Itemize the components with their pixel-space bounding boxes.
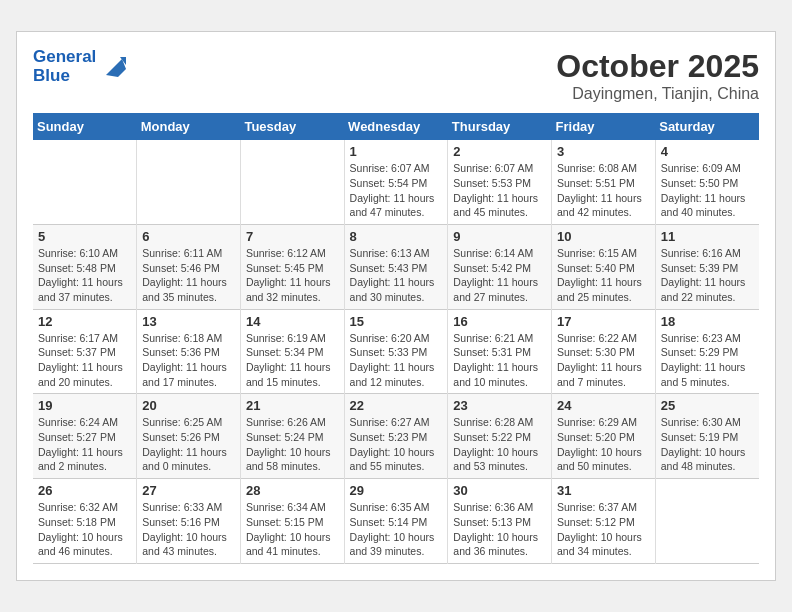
day-number: 3 [557, 144, 650, 159]
logo: General Blue [33, 48, 130, 85]
calendar-cell: 15Sunrise: 6:20 AM Sunset: 5:33 PM Dayli… [344, 309, 448, 394]
calendar-cell: 20Sunrise: 6:25 AM Sunset: 5:26 PM Dayli… [137, 394, 241, 479]
calendar-cell: 31Sunrise: 6:37 AM Sunset: 5:12 PM Dayli… [552, 479, 656, 564]
logo-icon [98, 51, 130, 83]
calendar-cell: 27Sunrise: 6:33 AM Sunset: 5:16 PM Dayli… [137, 479, 241, 564]
day-number: 25 [661, 398, 754, 413]
day-number: 27 [142, 483, 235, 498]
svg-marker-0 [106, 59, 126, 77]
day-info: Sunrise: 6:35 AM Sunset: 5:14 PM Dayligh… [350, 500, 443, 559]
calendar-cell: 25Sunrise: 6:30 AM Sunset: 5:19 PM Dayli… [655, 394, 759, 479]
calendar-week-row: 19Sunrise: 6:24 AM Sunset: 5:27 PM Dayli… [33, 394, 759, 479]
calendar-cell: 24Sunrise: 6:29 AM Sunset: 5:20 PM Dayli… [552, 394, 656, 479]
day-number: 2 [453, 144, 546, 159]
calendar-week-row: 1Sunrise: 6:07 AM Sunset: 5:54 PM Daylig… [33, 140, 759, 224]
day-number: 14 [246, 314, 339, 329]
calendar-cell: 21Sunrise: 6:26 AM Sunset: 5:24 PM Dayli… [240, 394, 344, 479]
day-info: Sunrise: 6:20 AM Sunset: 5:33 PM Dayligh… [350, 331, 443, 390]
day-info: Sunrise: 6:07 AM Sunset: 5:54 PM Dayligh… [350, 161, 443, 220]
day-number: 16 [453, 314, 546, 329]
month-title: October 2025 [556, 48, 759, 85]
weekday-header: Thursday [448, 113, 552, 140]
day-info: Sunrise: 6:30 AM Sunset: 5:19 PM Dayligh… [661, 415, 754, 474]
day-info: Sunrise: 6:27 AM Sunset: 5:23 PM Dayligh… [350, 415, 443, 474]
weekday-header: Saturday [655, 113, 759, 140]
day-number: 10 [557, 229, 650, 244]
day-info: Sunrise: 6:10 AM Sunset: 5:48 PM Dayligh… [38, 246, 131, 305]
calendar-cell: 23Sunrise: 6:28 AM Sunset: 5:22 PM Dayli… [448, 394, 552, 479]
calendar-cell: 30Sunrise: 6:36 AM Sunset: 5:13 PM Dayli… [448, 479, 552, 564]
calendar-cell: 22Sunrise: 6:27 AM Sunset: 5:23 PM Dayli… [344, 394, 448, 479]
day-number: 13 [142, 314, 235, 329]
calendar-cell: 11Sunrise: 6:16 AM Sunset: 5:39 PM Dayli… [655, 224, 759, 309]
day-number: 5 [38, 229, 131, 244]
day-number: 11 [661, 229, 754, 244]
logo-line1: General [33, 48, 96, 67]
calendar-cell [137, 140, 241, 224]
day-number: 7 [246, 229, 339, 244]
calendar-cell: 9Sunrise: 6:14 AM Sunset: 5:42 PM Daylig… [448, 224, 552, 309]
day-number: 8 [350, 229, 443, 244]
day-info: Sunrise: 6:22 AM Sunset: 5:30 PM Dayligh… [557, 331, 650, 390]
day-number: 31 [557, 483, 650, 498]
day-number: 22 [350, 398, 443, 413]
calendar-cell: 28Sunrise: 6:34 AM Sunset: 5:15 PM Dayli… [240, 479, 344, 564]
calendar-cell: 26Sunrise: 6:32 AM Sunset: 5:18 PM Dayli… [33, 479, 137, 564]
calendar-cell: 7Sunrise: 6:12 AM Sunset: 5:45 PM Daylig… [240, 224, 344, 309]
calendar-cell: 5Sunrise: 6:10 AM Sunset: 5:48 PM Daylig… [33, 224, 137, 309]
calendar-container: General Blue October 2025 Dayingmen, Tia… [16, 31, 776, 581]
day-info: Sunrise: 6:15 AM Sunset: 5:40 PM Dayligh… [557, 246, 650, 305]
day-number: 12 [38, 314, 131, 329]
calendar-cell: 16Sunrise: 6:21 AM Sunset: 5:31 PM Dayli… [448, 309, 552, 394]
calendar-table: SundayMondayTuesdayWednesdayThursdayFrid… [33, 113, 759, 564]
day-number: 26 [38, 483, 131, 498]
day-info: Sunrise: 6:32 AM Sunset: 5:18 PM Dayligh… [38, 500, 131, 559]
calendar-cell: 14Sunrise: 6:19 AM Sunset: 5:34 PM Dayli… [240, 309, 344, 394]
calendar-header: SundayMondayTuesdayWednesdayThursdayFrid… [33, 113, 759, 140]
day-info: Sunrise: 6:09 AM Sunset: 5:50 PM Dayligh… [661, 161, 754, 220]
calendar-cell: 4Sunrise: 6:09 AM Sunset: 5:50 PM Daylig… [655, 140, 759, 224]
day-info: Sunrise: 6:17 AM Sunset: 5:37 PM Dayligh… [38, 331, 131, 390]
weekday-header: Friday [552, 113, 656, 140]
day-number: 18 [661, 314, 754, 329]
weekday-header: Tuesday [240, 113, 344, 140]
calendar-cell: 2Sunrise: 6:07 AM Sunset: 5:53 PM Daylig… [448, 140, 552, 224]
day-number: 20 [142, 398, 235, 413]
day-info: Sunrise: 6:29 AM Sunset: 5:20 PM Dayligh… [557, 415, 650, 474]
day-info: Sunrise: 6:24 AM Sunset: 5:27 PM Dayligh… [38, 415, 131, 474]
calendar-cell [240, 140, 344, 224]
calendar-cell: 19Sunrise: 6:24 AM Sunset: 5:27 PM Dayli… [33, 394, 137, 479]
day-info: Sunrise: 6:21 AM Sunset: 5:31 PM Dayligh… [453, 331, 546, 390]
day-number: 23 [453, 398, 546, 413]
calendar-week-row: 12Sunrise: 6:17 AM Sunset: 5:37 PM Dayli… [33, 309, 759, 394]
day-info: Sunrise: 6:12 AM Sunset: 5:45 PM Dayligh… [246, 246, 339, 305]
calendar-cell: 8Sunrise: 6:13 AM Sunset: 5:43 PM Daylig… [344, 224, 448, 309]
weekday-header: Monday [137, 113, 241, 140]
day-info: Sunrise: 6:07 AM Sunset: 5:53 PM Dayligh… [453, 161, 546, 220]
day-info: Sunrise: 6:33 AM Sunset: 5:16 PM Dayligh… [142, 500, 235, 559]
day-number: 6 [142, 229, 235, 244]
calendar-cell: 1Sunrise: 6:07 AM Sunset: 5:54 PM Daylig… [344, 140, 448, 224]
calendar-body: 1Sunrise: 6:07 AM Sunset: 5:54 PM Daylig… [33, 140, 759, 563]
weekday-header: Sunday [33, 113, 137, 140]
day-info: Sunrise: 6:16 AM Sunset: 5:39 PM Dayligh… [661, 246, 754, 305]
day-number: 19 [38, 398, 131, 413]
calendar-week-row: 5Sunrise: 6:10 AM Sunset: 5:48 PM Daylig… [33, 224, 759, 309]
day-info: Sunrise: 6:26 AM Sunset: 5:24 PM Dayligh… [246, 415, 339, 474]
calendar-cell [655, 479, 759, 564]
day-number: 15 [350, 314, 443, 329]
day-number: 9 [453, 229, 546, 244]
day-info: Sunrise: 6:28 AM Sunset: 5:22 PM Dayligh… [453, 415, 546, 474]
day-info: Sunrise: 6:36 AM Sunset: 5:13 PM Dayligh… [453, 500, 546, 559]
title-block: October 2025 Dayingmen, Tianjin, China [556, 48, 759, 103]
day-info: Sunrise: 6:34 AM Sunset: 5:15 PM Dayligh… [246, 500, 339, 559]
calendar-cell: 17Sunrise: 6:22 AM Sunset: 5:30 PM Dayli… [552, 309, 656, 394]
calendar-week-row: 26Sunrise: 6:32 AM Sunset: 5:18 PM Dayli… [33, 479, 759, 564]
day-info: Sunrise: 6:08 AM Sunset: 5:51 PM Dayligh… [557, 161, 650, 220]
day-info: Sunrise: 6:14 AM Sunset: 5:42 PM Dayligh… [453, 246, 546, 305]
day-info: Sunrise: 6:37 AM Sunset: 5:12 PM Dayligh… [557, 500, 650, 559]
day-number: 28 [246, 483, 339, 498]
day-number: 24 [557, 398, 650, 413]
day-info: Sunrise: 6:11 AM Sunset: 5:46 PM Dayligh… [142, 246, 235, 305]
day-number: 1 [350, 144, 443, 159]
